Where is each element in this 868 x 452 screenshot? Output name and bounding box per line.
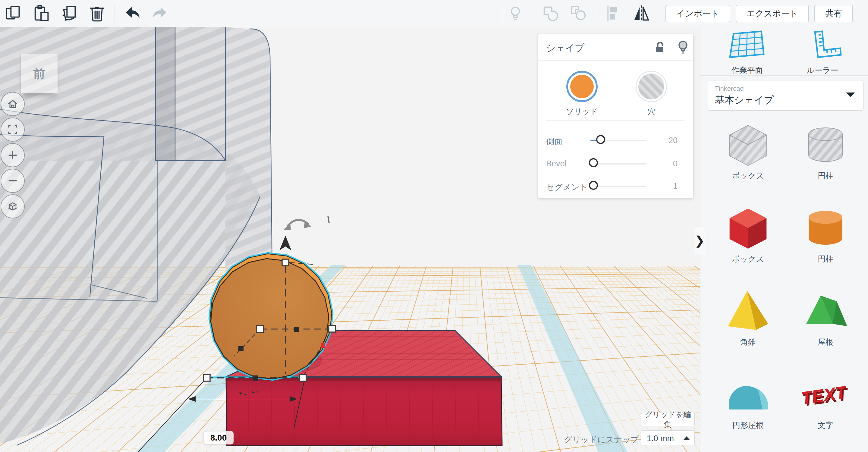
unlock-icon[interactable] bbox=[653, 41, 667, 56]
top-toolbar: インポート エクスポート 共有 bbox=[0, 0, 868, 27]
workplane-icon bbox=[724, 30, 770, 62]
paste-button[interactable] bbox=[31, 3, 53, 24]
shape-tile-round-roof[interactable]: 円形屋根 bbox=[713, 370, 783, 430]
shape-tile-box[interactable]: ボックス bbox=[713, 204, 783, 264]
grid-edit-button[interactable]: グリッドを編集 bbox=[641, 413, 695, 426]
hole-wall-column bbox=[156, 27, 175, 161]
shape-tile-text[interactable]: TEXTTEXT文字 bbox=[791, 370, 860, 430]
panel-collapse-toggle[interactable]: ❯ bbox=[694, 227, 705, 254]
snap-value-dropdown[interactable]: 1.0 mm bbox=[641, 430, 695, 445]
solid-radio[interactable]: ソリッド bbox=[558, 71, 606, 117]
home-view-button[interactable] bbox=[1, 92, 25, 116]
zoom-out-button[interactable] bbox=[1, 169, 25, 193]
dimension-value-label[interactable]: 8.00 bbox=[204, 431, 234, 445]
hole-radio-swatch bbox=[636, 71, 667, 102]
shape-tile-roof[interactable]: 屋根 bbox=[791, 287, 860, 348]
perspective-toggle-button[interactable] bbox=[1, 194, 25, 219]
zoom-in-button[interactable] bbox=[1, 143, 25, 167]
inspector-title: シェイプ bbox=[546, 42, 584, 55]
slider-row-segments: セグメント 1 bbox=[538, 179, 693, 193]
hole-wall-back[interactable] bbox=[0, 27, 225, 161]
tinkercad-app: { "toolbar": { "import_label": "インポート", … bbox=[0, 0, 868, 452]
chevron-up-icon bbox=[684, 436, 689, 440]
group-button[interactable] bbox=[540, 3, 561, 24]
toolbar-divider bbox=[596, 5, 596, 22]
rotate-handle-icon[interactable] bbox=[284, 216, 329, 230]
ungroup-button[interactable] bbox=[567, 3, 589, 24]
toolbar-divider bbox=[533, 5, 533, 22]
toolbar-divider bbox=[659, 5, 659, 22]
panel-divider bbox=[701, 75, 868, 76]
hole-wall-front[interactable] bbox=[225, 27, 272, 273]
shape-tile-cylinder[interactable]: 円柱 bbox=[791, 204, 860, 264]
inspector-divider bbox=[546, 120, 685, 121]
duplicate-button[interactable] bbox=[59, 3, 80, 24]
light-toggle-icon[interactable] bbox=[504, 3, 526, 24]
inspector-header: シェイプ bbox=[538, 34, 693, 61]
shape-tile-box-hole[interactable]: ボックス bbox=[713, 121, 783, 181]
ruler-tool[interactable]: ルーラー bbox=[794, 30, 851, 76]
shape-tile-pyramid[interactable]: 角錐 bbox=[713, 287, 783, 348]
shape-tile-cylinder-hole[interactable]: 円柱 bbox=[791, 121, 860, 181]
snap-to-grid-label: グリッドにスナップ bbox=[539, 434, 639, 445]
move-up-arrow-icon[interactable] bbox=[279, 236, 291, 250]
slider-row-sides: 側面 20 bbox=[538, 133, 693, 147]
view-cube[interactable]: 前 bbox=[21, 54, 58, 93]
copy-button[interactable] bbox=[3, 3, 25, 24]
delete-button[interactable] bbox=[86, 3, 108, 24]
import-button[interactable]: インポート bbox=[665, 5, 730, 22]
align-button[interactable] bbox=[603, 3, 624, 24]
shape-light-icon[interactable] bbox=[675, 39, 690, 56]
export-button[interactable]: エクスポート bbox=[736, 5, 809, 22]
shape-library-dropdown[interactable]: Tinkercad 基本シェイプ bbox=[708, 80, 864, 110]
orange-cylinder-shape[interactable] bbox=[210, 254, 332, 379]
redo-button[interactable] bbox=[149, 3, 171, 24]
view-nav-column bbox=[1, 92, 25, 220]
shape-inspector-panel: シェイプ ソリッド 穴 側面 20 Bevel 0 セグメント 1 bbox=[538, 34, 693, 198]
workplane-tool[interactable]: 作業平面 bbox=[718, 30, 776, 76]
toolbar-divider bbox=[498, 5, 498, 22]
bevel-slider-track[interactable] bbox=[590, 163, 646, 164]
undo-button[interactable] bbox=[121, 3, 143, 24]
sides-slider-handle[interactable] bbox=[596, 135, 605, 144]
ruler-icon bbox=[800, 30, 845, 62]
mirror-button[interactable] bbox=[630, 3, 652, 24]
share-button[interactable]: 共有 bbox=[814, 5, 853, 22]
hole-radio[interactable]: 穴 bbox=[627, 71, 675, 117]
toolbar-divider bbox=[115, 5, 115, 22]
solid-radio-swatch bbox=[566, 71, 598, 102]
chevron-down-icon bbox=[846, 93, 855, 97]
shape-library-panel: 作業平面 ルーラー Tinkercad 基本シェイプ ボックス円柱ボックス円柱角… bbox=[700, 27, 868, 452]
bevel-slider-handle[interactable] bbox=[589, 158, 598, 167]
fit-view-button[interactable] bbox=[1, 118, 25, 141]
slider-row-bevel: Bevel 0 bbox=[538, 157, 693, 170]
segments-slider-handle[interactable] bbox=[589, 181, 598, 190]
segments-slider-track[interactable] bbox=[590, 186, 646, 187]
